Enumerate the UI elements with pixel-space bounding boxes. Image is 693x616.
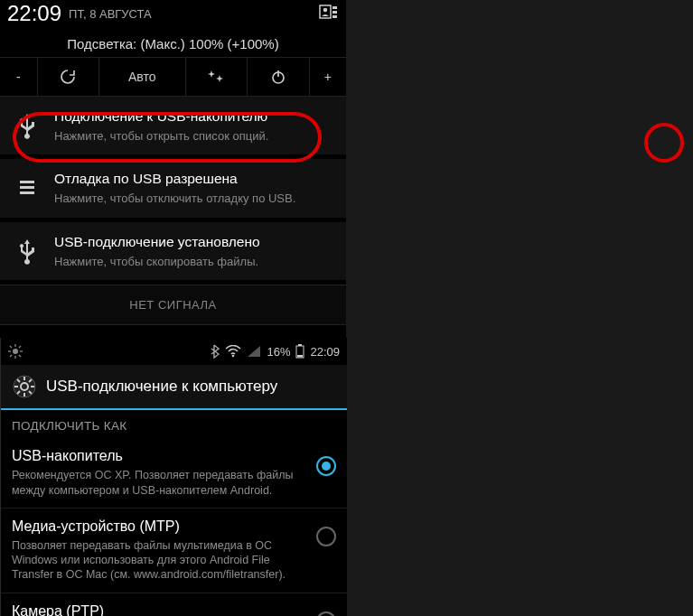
svg-rect-7 xyxy=(20,181,34,183)
brightness-auto[interactable]: Авто xyxy=(99,58,186,96)
bars-icon xyxy=(13,170,42,206)
svg-rect-9 xyxy=(20,191,34,194)
quick-toggles: - Авто + xyxy=(0,57,346,97)
signal-icon xyxy=(247,345,261,358)
brightness-plus[interactable]: + xyxy=(310,58,347,96)
svg-point-1 xyxy=(323,8,328,13)
refresh-icon xyxy=(59,68,77,86)
option-title: Камера (PTP) xyxy=(12,602,307,616)
svg-point-19 xyxy=(232,355,235,358)
option-subtitle: Рекомендуется ОС XP. Позволяет передават… xyxy=(12,468,307,498)
option-title: Медиа-устройство (MTP) xyxy=(12,518,307,536)
svg-rect-4 xyxy=(332,15,337,18)
section-connect-as: ПОДКЛЮЧИТЬ КАК xyxy=(1,410,347,438)
svg-rect-8 xyxy=(20,186,34,189)
notification-usb-connected[interactable]: USB-подключение установлено Нажмите, что… xyxy=(0,222,346,281)
notification-usb-storage[interactable]: Подключение к USB-накопителю Нажмите, чт… xyxy=(0,97,346,155)
svg-line-18 xyxy=(10,355,12,357)
no-signal-banner: НЕТ СИГНАЛА xyxy=(0,285,346,325)
wifi-icon xyxy=(225,345,241,358)
option-subtitle: Позволяет передавать файлы мультимедиа в… xyxy=(12,538,307,583)
clock: 22:09 xyxy=(310,345,340,359)
svg-rect-3 xyxy=(332,11,337,14)
notif-subtitle: Нажмите, чтобы скопировать файлы. xyxy=(54,254,333,270)
svg-point-10 xyxy=(13,349,18,354)
svg-rect-21 xyxy=(298,344,302,346)
option-mtp[interactable]: Медиа-устройство (MTP) Позволяет передав… xyxy=(1,509,347,593)
settings-gear-icon xyxy=(12,374,37,399)
clock: 22:09 xyxy=(7,1,61,26)
option-ptp[interactable]: Камера (PTP) Позволяет передавать фотогр… xyxy=(1,593,347,616)
radio-mtp[interactable] xyxy=(316,527,336,546)
notification-usb-debug[interactable]: Отладка по USB разрешена Нажмите, чтобы … xyxy=(0,159,346,218)
brightness-stars[interactable] xyxy=(186,58,248,96)
annotation-highlight-right xyxy=(644,123,684,163)
option-title: USB-накопитель xyxy=(12,447,307,465)
usb-icon xyxy=(13,107,42,144)
radio-ptp[interactable] xyxy=(316,611,336,616)
contact-card-icon xyxy=(319,5,339,23)
svg-line-15 xyxy=(10,346,12,348)
brightness-minus[interactable]: - xyxy=(0,58,38,96)
notif-title: USB-подключение установлено xyxy=(54,233,333,252)
date: ПТ, 8 АВГУСТА xyxy=(69,7,152,21)
power-icon xyxy=(270,69,286,85)
settings-header: USB-подключение к компьютеру xyxy=(1,365,347,410)
settings-title: USB-подключение к компьютеру xyxy=(46,378,277,396)
brightness-label: Подсветка: (Макс.) 100% (+100%) xyxy=(0,27,346,57)
svg-line-16 xyxy=(19,355,21,357)
sparkle-icon xyxy=(206,69,226,85)
bluetooth-icon xyxy=(210,344,220,359)
option-usb-storage[interactable]: USB-накопитель Рекомендуется ОС XP. Позв… xyxy=(1,438,347,509)
brightness-power[interactable] xyxy=(248,58,310,96)
svg-rect-2 xyxy=(332,6,337,9)
svg-line-17 xyxy=(19,346,21,348)
battery-icon xyxy=(295,344,304,359)
svg-rect-22 xyxy=(297,355,303,358)
notif-title: Подключение к USB-накопителю xyxy=(54,107,333,126)
notif-title: Отладка по USB разрешена xyxy=(54,170,333,189)
notif-subtitle: Нажмите, чтобы открыть список опций. xyxy=(54,128,333,145)
radio-usb-storage[interactable] xyxy=(316,456,336,476)
notif-subtitle: Нажмите, чтобы отключить отладку по USB. xyxy=(54,191,333,207)
status-bar-right: 16% 22:09 xyxy=(1,338,347,365)
status-bar-left: 22:09 ПТ, 8 АВГУСТА xyxy=(0,0,346,27)
usb-icon xyxy=(13,233,42,269)
brightness-icon xyxy=(8,344,23,359)
battery-pct: 16% xyxy=(267,345,290,359)
brightness-refresh[interactable] xyxy=(38,58,100,96)
